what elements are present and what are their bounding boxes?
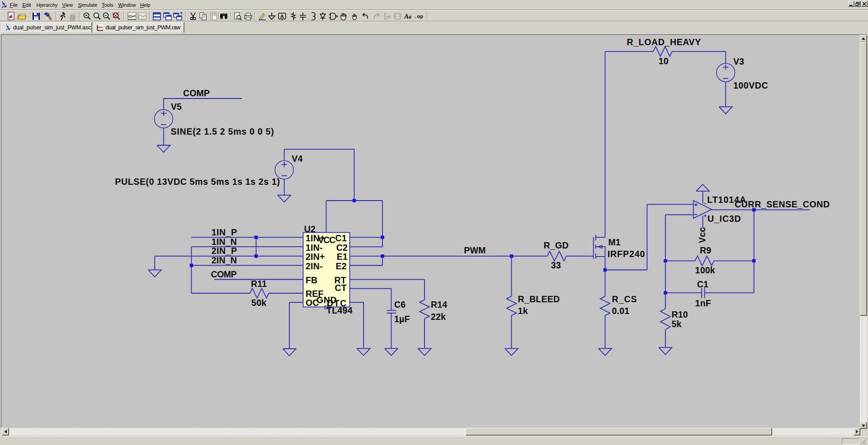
svg-text:50k: 50k [251, 298, 266, 308]
svg-text:1IN_N: 1IN_N [212, 237, 237, 247]
svg-text:V3: V3 [733, 56, 744, 66]
svg-text:R14: R14 [431, 300, 447, 309]
svg-text:R_LOAD_HEAVY: R_LOAD_HEAVY [627, 37, 701, 47]
svg-text:1k: 1k [518, 306, 528, 316]
svg-text:R_CS: R_CS [612, 294, 637, 304]
svg-text:100k: 100k [695, 265, 715, 275]
svg-text:1µF: 1µF [394, 314, 410, 324]
svg-text:2IN+: 2IN+ [306, 252, 325, 262]
svg-text:PULSE(0 13VDC 5ms 5ms 1s 1s 2s: PULSE(0 13VDC 5ms 5ms 1s 1s 2s 1) [115, 177, 280, 187]
svg-text:C1: C1 [697, 279, 708, 289]
svg-text:R9: R9 [700, 245, 711, 255]
svg-text:VCC: VCC [318, 235, 335, 245]
svg-text:R10: R10 [672, 309, 688, 319]
svg-text:FB: FB [306, 275, 317, 285]
svg-text:a: a [409, 14, 411, 20]
svg-text:IRFP240: IRFP240 [608, 249, 645, 259]
svg-text:R_GD: R_GD [543, 240, 568, 250]
svg-text:PWM: PWM [464, 245, 486, 255]
svg-text:M1: M1 [608, 237, 621, 247]
svg-text:0.01: 0.01 [612, 306, 630, 316]
svg-text:COMP: COMP [183, 88, 210, 98]
svg-text:V5: V5 [171, 102, 182, 112]
svg-text:C1: C1 [335, 233, 347, 243]
svg-text:22k: 22k [431, 312, 446, 322]
svg-text:100VDC: 100VDC [733, 80, 768, 90]
svg-text:CURR_SENSE_COND: CURR_SENSE_COND [735, 199, 830, 209]
svg-text:1nF: 1nF [695, 298, 711, 308]
svg-text:Vcc: Vcc [697, 227, 707, 243]
svg-text:33: 33 [551, 260, 561, 270]
svg-text:10: 10 [659, 56, 669, 66]
svg-text:E2: E2 [336, 261, 347, 271]
svg-text:C2: C2 [336, 243, 348, 253]
svg-text:R11: R11 [251, 279, 267, 289]
svg-text:5k: 5k [672, 319, 682, 329]
svg-text:SINE(2 1.5 2 5ms 0 0 5): SINE(2 1.5 2 5ms 0 0 5) [171, 126, 274, 136]
svg-text:1IN_P: 1IN_P [212, 227, 237, 237]
svg-text:U_IC3D: U_IC3D [708, 214, 741, 224]
svg-text:2IN-: 2IN- [306, 261, 323, 271]
svg-text:2IN_P: 2IN_P [212, 246, 237, 256]
svg-text:V4: V4 [292, 154, 302, 164]
svg-text:COMP: COMP [211, 269, 237, 279]
svg-text:R_BLEED: R_BLEED [518, 294, 560, 304]
svg-text:.op: .op [414, 14, 423, 19]
svg-text:C6: C6 [394, 300, 406, 309]
svg-text:E1: E1 [337, 252, 348, 262]
svg-text:U2: U2 [304, 224, 316, 234]
svg-text:A: A [404, 13, 409, 20]
svg-text:m: m [387, 14, 391, 19]
svg-text:DTC: DTC [327, 298, 347, 308]
svg-text:A: A [280, 14, 284, 19]
svg-text:2IN_N: 2IN_N [212, 255, 237, 265]
svg-text:CT: CT [335, 283, 347, 293]
